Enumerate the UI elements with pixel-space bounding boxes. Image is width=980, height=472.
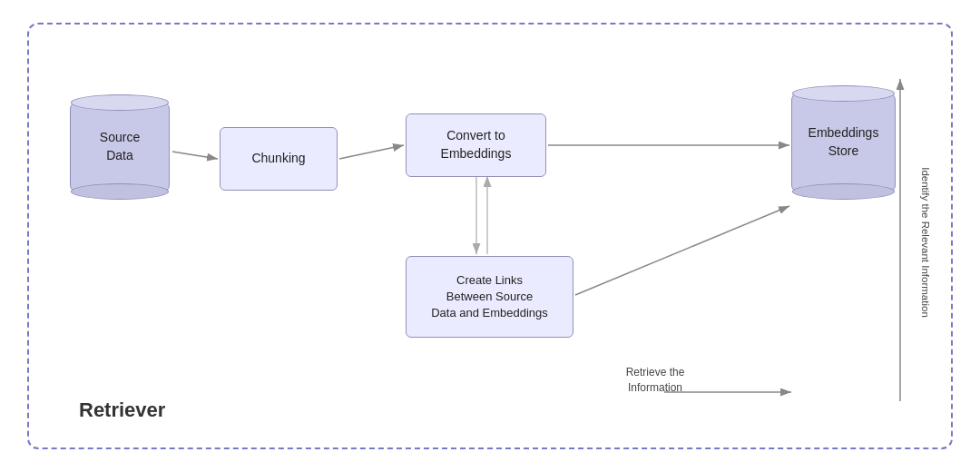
svg-line-7 — [575, 206, 789, 295]
create-links-node: Create Links Between Source Data and Emb… — [406, 256, 573, 338]
svg-line-2 — [172, 152, 218, 159]
diagram-area: Source Data Chunking Convert to Embeddin… — [29, 25, 951, 447]
convert-embeddings-node: Convert to Embeddings — [406, 113, 546, 177]
svg-line-3 — [339, 145, 404, 159]
embeddings-store-label: Embeddings Store — [808, 124, 879, 160]
create-links-label: Create Links Between Source Data and Emb… — [431, 272, 548, 322]
retriever-label: Retriever — [79, 398, 165, 422]
chunking-label: Chunking — [251, 150, 305, 168]
embeddings-store-node: Embeddings Store — [791, 74, 896, 202]
diagram-container: Source Data Chunking Convert to Embeddin… — [27, 23, 953, 449]
chunking-node: Chunking — [220, 127, 338, 191]
retrieve-information-label: Retrieve the Information — [610, 365, 701, 396]
convert-embeddings-label: Convert to Embeddings — [441, 127, 512, 162]
identify-relevant-label: Identify the Relevant Information — [913, 79, 938, 406]
source-data-node: Source Data — [70, 88, 170, 197]
source-data-label: Source Data — [100, 129, 140, 164]
